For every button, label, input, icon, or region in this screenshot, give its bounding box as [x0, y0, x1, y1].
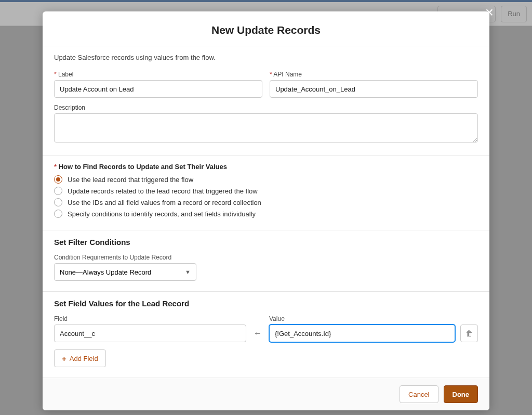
delete-row-button[interactable]: 🗑: [460, 325, 478, 342]
trash-icon: 🗑: [466, 329, 473, 338]
condition-req-value: None—Always Update Record: [60, 268, 151, 276]
cancel-button[interactable]: Cancel: [400, 385, 438, 403]
modal-footer: Cancel Done: [43, 378, 489, 410]
section-how-to-find: * How to Find Records to Update and Set …: [43, 155, 489, 230]
radio-option-triggered[interactable]: Use the lead record that triggered the f…: [54, 174, 478, 185]
field-input[interactable]: [54, 325, 246, 342]
caret-down-icon: ▼: [185, 269, 191, 275]
radio-option-ids[interactable]: Use the IDs and all field values from a …: [54, 197, 478, 208]
radio-label: Use the IDs and all field values from a …: [68, 199, 261, 206]
intro-text: Update Salesforce records using values f…: [54, 54, 478, 61]
label-input[interactable]: [54, 80, 262, 98]
section-basic-info: Update Salesforce records using values f…: [43, 46, 489, 155]
description-textarea[interactable]: [54, 113, 478, 142]
radio-icon: [54, 187, 62, 195]
radio-option-related[interactable]: Update records related to the lead recor…: [54, 185, 478, 197]
radio-option-conditions[interactable]: Specify conditions to identify records, …: [54, 208, 478, 219]
condition-req-label: Condition Requirements to Update Record: [54, 254, 478, 261]
add-field-button[interactable]: + Add Field: [54, 349, 106, 367]
new-update-records-modal: × New Update Records Update Salesforce r…: [43, 11, 489, 410]
radio-label: Use the lead record that triggered the f…: [68, 176, 193, 184]
api-name-fieldlabel: API Name: [270, 71, 478, 78]
api-name-input[interactable]: [270, 80, 478, 98]
value-label: Value: [269, 315, 455, 322]
radio-label: Specify conditions to identify records, …: [68, 210, 256, 218]
condition-req-select[interactable]: None—Always Update Record ▼: [54, 263, 196, 281]
plus-icon: +: [62, 354, 66, 363]
filter-title: Set Filter Conditions: [54, 238, 478, 247]
set-field-title: Set Field Values for the Lead Record: [54, 299, 478, 308]
radio-icon: [54, 198, 62, 206]
modal-title: New Update Records: [43, 11, 489, 46]
how-to-find-label: * How to Find Records to Update and Set …: [54, 163, 478, 171]
value-input[interactable]: [269, 325, 455, 342]
description-label: Description: [54, 104, 478, 111]
radio-icon: [54, 210, 62, 218]
field-label: Field: [54, 315, 246, 322]
radio-icon: [54, 175, 62, 184]
done-button[interactable]: Done: [444, 385, 478, 403]
radio-label: Update records related to the lead recor…: [68, 187, 258, 195]
add-field-label: Add Field: [70, 355, 98, 362]
section-set-fields: Set Field Values for the Lead Record Fie…: [43, 291, 489, 378]
label-fieldlabel: Label: [54, 71, 262, 78]
close-icon[interactable]: ×: [485, 4, 494, 21]
section-filter: Set Filter Conditions Condition Requirem…: [43, 230, 489, 291]
arrow-left-icon: ←: [251, 325, 264, 342]
